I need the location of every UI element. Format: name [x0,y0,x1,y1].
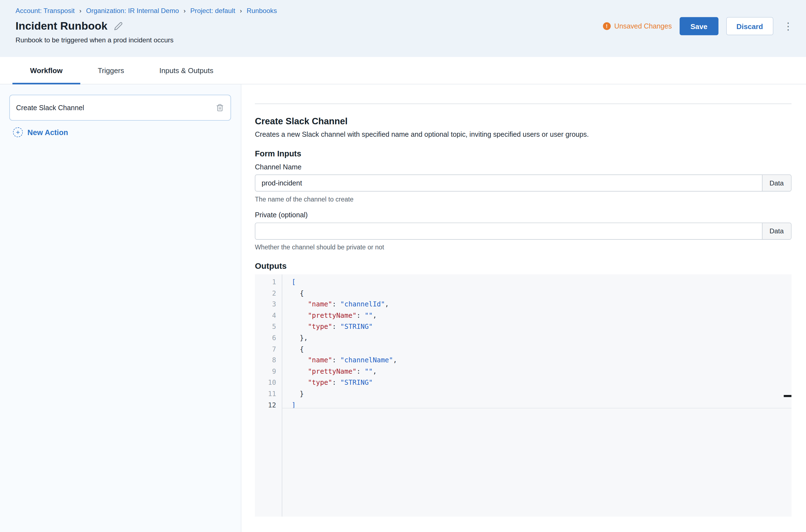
code-line: { [292,288,792,299]
line-number: 2 [255,288,282,299]
new-action-label: New Action [28,128,68,136]
add-action-icon: + [13,127,23,137]
breadcrumb-project[interactable]: Project: default [190,7,235,14]
header-actions: ! Unsaved Changes Save Discard ⋮ [603,17,795,35]
editor-scrollbar-thumb[interactable] [784,395,792,397]
tab-inputs-outputs[interactable]: Inputs & Outputs [142,57,231,84]
code-line: "type": "STRING" [292,321,792,332]
line-number: 4 [255,310,282,321]
private-input-group: Data [255,223,792,240]
channel-name-data-button[interactable]: Data [762,175,791,191]
line-number: 8 [255,355,282,366]
action-detail-panel: Create Slack Channel Creates a new Slack… [241,84,806,532]
line-number: 10 [255,377,282,388]
line-number: 3 [255,299,282,310]
outputs-heading: Outputs [255,261,792,271]
edit-title-icon[interactable] [114,22,123,31]
line-number: 6 [255,332,282,343]
outputs-code-editor[interactable]: 123456789101112 [ { "name": "channelId",… [255,274,792,516]
unsaved-changes-badge: ! Unsaved Changes [603,22,672,30]
action-detail-title: Create Slack Channel [255,116,792,127]
tab-workflow[interactable]: Workflow [13,57,80,84]
page-header: Account: Transposit › Organization: IR I… [0,0,806,57]
breadcrumb: Account: Transposit › Organization: IR I… [16,7,790,14]
breadcrumb-runbooks[interactable]: Runbooks [246,7,277,14]
content-area: Create Slack Channel + New Action [0,84,806,532]
viewport: Account: Transposit › Organization: IR I… [0,0,806,532]
new-action-button[interactable]: + New Action [10,127,231,137]
code-line: ] [292,399,792,411]
code-line: "name": "channelId", [292,299,792,310]
action-card-create-slack-channel[interactable]: Create Slack Channel [10,95,231,121]
detail-top-divider [255,103,792,104]
form-inputs-heading: Form Inputs [255,149,792,158]
runbook-editor-page: Account: Transposit › Organization: IR I… [0,0,806,532]
code-line: }, [292,332,792,343]
line-number: 11 [255,388,282,399]
editor-divider-line [282,408,791,408]
editor-line-number-gutter: 123456789101112 [255,274,282,516]
private-help: Whether the channel should be private or… [255,244,792,251]
editor-code-content: [ { "name": "channelId", "prettyName": "… [282,274,791,516]
code-line: } [292,388,792,399]
channel-name-input[interactable] [255,175,762,191]
breadcrumb-organization[interactable]: Organization: IR Internal Demo [86,7,179,14]
breadcrumb-separator: › [184,7,186,14]
discard-button[interactable]: Discard [726,17,773,35]
line-number: 7 [255,343,282,355]
line-number: 9 [255,366,282,377]
save-button[interactable]: Save [680,17,718,35]
channel-name-label: Channel Name [255,163,792,171]
warning-icon: ! [603,22,611,30]
channel-name-help: The name of the channel to create [255,196,792,203]
page-title: Incident Runbook [16,20,108,32]
private-label: Private (optional) [255,211,792,219]
breadcrumb-separator: › [79,7,81,14]
code-line: "prettyName": "", [292,366,792,377]
channel-name-input-group: Data [255,174,792,192]
code-line: "name": "channelName", [292,355,792,366]
more-options-icon[interactable]: ⋮ [781,20,795,32]
private-data-button[interactable]: Data [762,223,791,239]
tab-bar: Workflow Triggers Inputs & Outputs [0,57,806,84]
delete-action-icon[interactable] [216,103,224,112]
breadcrumb-account[interactable]: Account: Transposit [16,7,75,14]
code-line: "type": "STRING" [292,377,792,388]
line-number: 5 [255,321,282,332]
workflow-sidebar: Create Slack Channel + New Action [0,84,241,532]
unsaved-changes-label: Unsaved Changes [614,22,672,30]
private-input[interactable] [255,223,762,239]
breadcrumb-separator: › [240,7,242,14]
code-line: [ [292,277,792,288]
code-line: { [292,343,792,355]
action-card-label: Create Slack Channel [16,104,84,112]
runbook-description: Runbook to be triggered when a prod inci… [16,36,790,44]
code-line: "prettyName": "", [292,310,792,321]
tab-triggers[interactable]: Triggers [80,57,142,84]
action-detail-description: Creates a new Slack channel with specifi… [255,130,792,139]
line-number: 1 [255,277,282,288]
line-number: 12 [255,399,282,411]
